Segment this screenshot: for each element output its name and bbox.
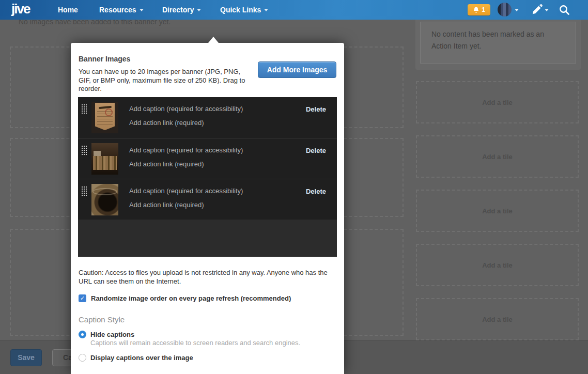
thumbnail-art [92,188,117,195]
image-thumbnail-coffee-beans-jar [91,184,118,215]
thumbnail-art [95,103,115,132]
app-viewport: No images have been added to this banner… [0,0,588,374]
add-tile-button[interactable]: Add a tile [416,298,579,340]
add-caption-link[interactable]: Add caption (required for accessibility) [129,187,243,195]
thumbnail-art [93,156,117,170]
add-tile-button[interactable]: Add a tile [416,190,579,232]
jive-logo[interactable]: jive [11,1,29,17]
action-items-empty-message: No content has been marked as an Action … [431,28,555,52]
hide-captions-radio[interactable] [79,331,86,338]
pencil-icon[interactable] [531,4,543,15]
radio-option-label: Hide captions [90,331,134,338]
add-tile-label: Add a tile [482,153,513,161]
dialog-description: You can have up to 20 images per banner … [79,68,254,93]
randomize-checkbox[interactable]: ✓ [79,294,86,302]
nav-item-label: Quick Links [220,6,261,14]
notification-count: 1 [482,6,485,13]
image-thumbnail-coffee-label-tag [91,102,118,133]
user-avatar[interactable] [498,3,512,17]
add-caption-link[interactable]: Add caption (required for accessibility) [129,105,243,113]
add-more-images-button[interactable]: Add More Images [258,61,336,78]
add-tile-label: Add a tile [482,261,513,269]
banner-image-row: Add caption (required for accessibility)… [78,179,337,220]
search-icon[interactable] [558,4,570,16]
caption-style-heading: Caption Style [79,315,125,324]
banner-images-dialog: Banner Images You can have up to 20 imag… [71,43,344,374]
nav-item-label: Resources [99,6,136,14]
banner-image-row: Add caption (required for accessibility)… [78,97,337,138]
chevron-down-icon [140,9,144,11]
add-action-link[interactable]: Add action link (required) [129,119,204,127]
action-items-inner-panel: No content has been marked as an Action … [420,22,576,64]
drag-handle-icon[interactable] [81,145,87,155]
chevron-down-icon[interactable] [545,9,549,11]
add-caption-link[interactable]: Add caption (required for accessibility) [129,146,243,154]
nav-item-directory[interactable]: Directory [162,6,201,14]
notifications-badge[interactable]: 1 [468,4,490,15]
chevron-down-icon [197,9,201,11]
drag-handle-icon[interactable] [81,186,87,196]
randomize-option-row: ✓ Randomize image order on every page re… [79,294,291,302]
chevron-down-icon [264,9,268,11]
add-tile-button[interactable]: Add a tile [416,244,579,286]
nav-item-home[interactable]: Home [58,6,78,14]
save-button[interactable]: Save [10,349,42,366]
drag-handle-icon[interactable] [81,104,87,114]
add-action-link[interactable]: Add action link (required) [129,201,204,209]
nav-item-label: Home [58,6,78,14]
delete-image-button[interactable]: Delete [306,105,326,113]
dialog-title: Banner Images [79,55,130,63]
delete-image-button[interactable]: Delete [306,188,326,195]
top-navigation-bar: jive Home Resources Directory Quick Link… [0,0,588,20]
banner-image-list: Add caption (required for accessibility)… [78,97,337,257]
action-items-card: No content has been marked as an Action … [415,15,581,70]
add-tile-label: Add a tile [482,316,513,323]
add-tile-label: Add a tile [482,99,513,106]
radio-option-description: Captions will remain accessible to scree… [90,339,300,347]
chevron-down-icon[interactable] [515,9,519,11]
banner-image-row: Add caption (required for accessibility)… [78,138,337,179]
add-action-link[interactable]: Add action link (required) [129,160,204,168]
add-tile-button[interactable]: Add a tile [416,81,579,123]
image-thumbnail-coffee-shop-shelf [91,143,118,175]
radio-option-label: Display captions over the image [90,354,193,362]
add-tile-label: Add a tile [482,207,513,215]
upload-caution-text: Caution: Access to files you upload is n… [79,268,333,286]
display-captions-radio[interactable] [79,354,86,362]
nav-item-label: Directory [162,6,194,14]
randomize-label: Randomize image order on every page refr… [91,294,291,302]
thumbnail-art [99,106,112,109]
delete-image-button[interactable]: Delete [306,147,326,154]
nav-item-resources[interactable]: Resources [99,6,144,14]
nav-item-quick-links[interactable]: Quick Links [220,6,268,14]
dialog-pointer-arrow [208,37,219,43]
bell-icon [473,7,479,13]
add-tile-button[interactable]: Add a tile [416,135,579,178]
